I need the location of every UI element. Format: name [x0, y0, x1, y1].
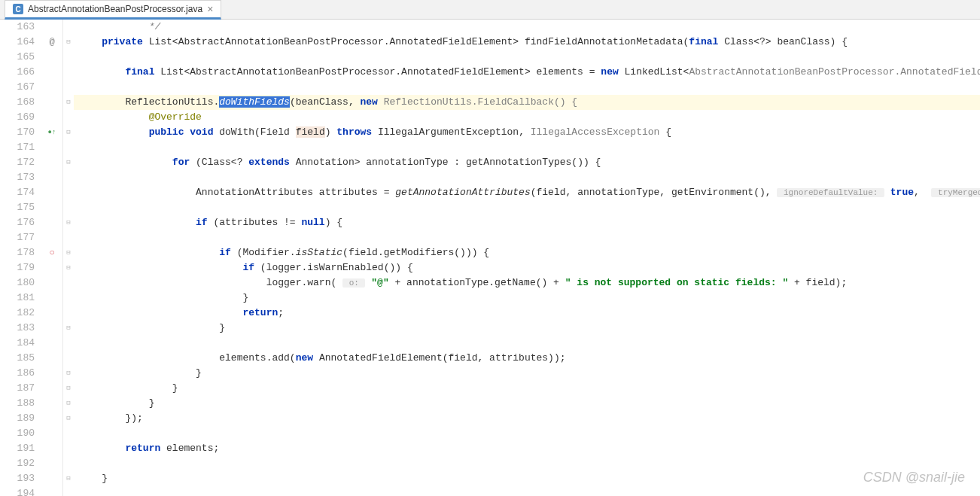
code-line[interactable]: [74, 200, 980, 215]
code-line[interactable]: */: [74, 20, 980, 35]
fold-toggle-icon[interactable]: ⊟: [63, 125, 74, 140]
fold-blank: [63, 291, 74, 306]
gutter-blank: [41, 426, 63, 441]
fold-blank: [63, 456, 74, 471]
fold-toggle-icon[interactable]: ⊟: [63, 245, 74, 260]
fold-toggle-icon[interactable]: ⊟: [63, 396, 74, 411]
gutter-blank: [41, 170, 63, 185]
fold-blank: [63, 80, 74, 95]
code-line[interactable]: }: [74, 321, 980, 336]
code-line[interactable]: [74, 50, 980, 65]
code-line[interactable]: AnnotationAttributes attributes = getAnn…: [74, 185, 980, 200]
breakpoint-icon: ○: [41, 245, 63, 260]
fold-blank: [63, 20, 74, 35]
gutter-blank: [41, 321, 63, 336]
line-number: 175: [0, 200, 35, 215]
gutter-blank: [41, 65, 63, 80]
line-number: 168: [0, 95, 35, 110]
code-line[interactable]: [74, 140, 980, 155]
line-number: 173: [0, 170, 35, 185]
line-number: 183: [0, 321, 35, 336]
fold-blank: [63, 185, 74, 200]
modification-marker-icon: @: [41, 35, 63, 50]
code-line[interactable]: [74, 170, 980, 185]
code-line[interactable]: }: [74, 471, 980, 486]
code-line[interactable]: final List<AbstractAnnotationBeanPostPro…: [74, 65, 980, 80]
gutter-blank: [41, 291, 63, 306]
fold-blank: [63, 110, 74, 125]
fold-toggle-icon[interactable]: ⊟: [63, 95, 74, 110]
gutter-blank: [41, 471, 63, 486]
tab-filename: AbstractAnnotationBeanPostProcessor.java: [28, 4, 202, 14]
gutter-blank: [41, 20, 63, 35]
line-number: 191: [0, 441, 35, 456]
code-line[interactable]: ReflectionUtils.doWithFields(beanClass, …: [74, 95, 980, 110]
line-number: 193: [0, 471, 35, 486]
code-line[interactable]: if (Modifier.isStatic(field.getModifiers…: [74, 245, 980, 260]
fold-toggle-icon[interactable]: ⊟: [63, 35, 74, 50]
editor-tab[interactable]: C AbstractAnnotationBeanPostProcessor.ja…: [5, 0, 221, 20]
line-number: 182: [0, 306, 35, 321]
code-line[interactable]: [74, 426, 980, 441]
code-line[interactable]: [74, 230, 980, 245]
code-line[interactable]: logger.warn( o: "@" + annotationType.get…: [74, 275, 980, 291]
line-number: 170: [0, 125, 35, 140]
code-editor[interactable]: 1631641651661671681691701711721731741751…: [0, 20, 980, 496]
fold-toggle-icon[interactable]: ⊟: [63, 366, 74, 381]
code-line[interactable]: }: [74, 381, 980, 396]
fold-blank: [63, 426, 74, 441]
line-number: 174: [0, 185, 35, 200]
line-number: 178: [0, 245, 35, 260]
fold-toggle-icon[interactable]: ⊟: [63, 215, 74, 230]
code-line[interactable]: });: [74, 411, 980, 426]
fold-toggle-icon[interactable]: ⊟: [63, 260, 74, 275]
line-number: 166: [0, 65, 35, 80]
code-line[interactable]: @Override: [74, 110, 980, 125]
line-number: 194: [0, 486, 35, 496]
tab-bar: C AbstractAnnotationBeanPostProcessor.ja…: [0, 0, 980, 20]
gutter-blank: [41, 110, 63, 125]
code-line[interactable]: }: [74, 366, 980, 381]
line-number: 172: [0, 155, 35, 170]
gutter-blank: [41, 411, 63, 426]
code-line[interactable]: for (Class<? extends Annotation> annotat…: [74, 155, 980, 170]
code-line[interactable]: elements.add(new AnnotatedFieldElement(f…: [74, 351, 980, 366]
fold-column: ⊟⊟⊟⊟⊟⊟⊟⊟⊟⊟⊟⊟⊟: [63, 20, 74, 496]
fold-blank: [63, 351, 74, 366]
fold-toggle-icon[interactable]: ⊟: [63, 321, 74, 336]
line-number: 164: [0, 35, 35, 50]
code-line[interactable]: [74, 336, 980, 351]
code-line[interactable]: }: [74, 396, 980, 411]
fold-blank: [63, 230, 74, 245]
java-class-icon: C: [13, 4, 23, 14]
code-line[interactable]: return elements;: [74, 441, 980, 456]
fold-toggle-icon[interactable]: ⊟: [63, 155, 74, 170]
gutter-blank: [41, 456, 63, 471]
gutter-blank: [41, 336, 63, 351]
gutter-blank: [41, 275, 63, 291]
code-line[interactable]: [74, 456, 980, 471]
code-line[interactable]: if (logger.isWarnEnabled()) {: [74, 260, 980, 275]
gutter-blank: [41, 441, 63, 456]
line-number: 187: [0, 381, 35, 396]
code-line[interactable]: [74, 80, 980, 95]
fold-toggle-icon[interactable]: ⊟: [63, 411, 74, 426]
line-number: 181: [0, 291, 35, 306]
gutter-blank: [41, 155, 63, 170]
code-line[interactable]: private List<AbstractAnnotationBeanPostP…: [74, 35, 980, 50]
fold-toggle-icon[interactable]: ⊟: [63, 381, 74, 396]
line-number: 167: [0, 80, 35, 95]
override-marker-icon: ●↑: [41, 125, 63, 140]
code-line[interactable]: return;: [74, 306, 980, 321]
fold-toggle-icon[interactable]: ⊟: [63, 471, 74, 486]
fold-blank: [63, 336, 74, 351]
gutter-blank: [41, 200, 63, 215]
code-line[interactable]: }: [74, 291, 980, 306]
code-line[interactable]: if (attributes != null) {: [74, 215, 980, 230]
close-icon[interactable]: ×: [207, 3, 213, 15]
code-line[interactable]: public void doWith(Field field) throws I…: [74, 125, 980, 140]
line-number: 190: [0, 426, 35, 441]
code-line[interactable]: [74, 486, 980, 496]
code-area[interactable]: */ private List<AbstractAnnotationBeanPo…: [74, 20, 980, 496]
line-number: 169: [0, 110, 35, 125]
